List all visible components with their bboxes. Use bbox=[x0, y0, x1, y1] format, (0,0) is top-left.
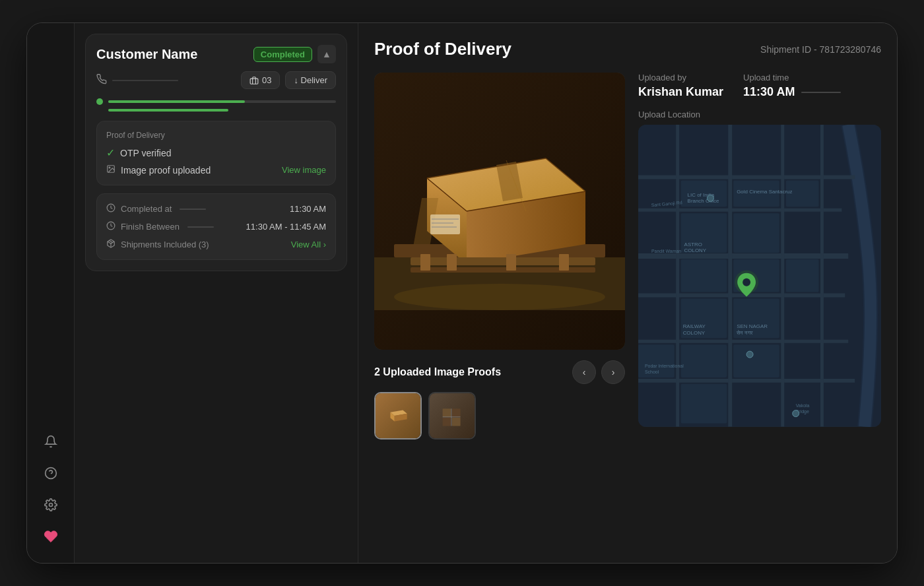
svg-text:School: School bbox=[645, 370, 659, 374]
otp-label: OTP verified bbox=[120, 148, 172, 158]
main-header: Proof of Delivery Shipment ID - 78172328… bbox=[374, 39, 881, 59]
pod-inner-card: Proof of Delivery ✓ OTP verified Image p… bbox=[96, 121, 336, 185]
svg-point-82 bbox=[707, 195, 713, 201]
svg-rect-57 bbox=[733, 213, 779, 253]
svg-rect-64 bbox=[681, 344, 727, 377]
main-content: Proof of Delivery Shipment ID - 78172328… bbox=[358, 23, 897, 563]
image-section: 2 Uploaded Image Proofs ‹ › bbox=[374, 73, 625, 547]
svg-point-2 bbox=[49, 504, 52, 507]
svg-rect-3 bbox=[250, 79, 258, 84]
image-proof-item: Image proof uploaded View image bbox=[106, 164, 326, 176]
shipments-label: Shipments Included (3) bbox=[121, 240, 209, 249]
otp-verified-item: ✓ OTP verified bbox=[106, 146, 326, 159]
settings-icon[interactable] bbox=[38, 492, 64, 518]
finish-between-left: Finish Between bbox=[106, 221, 214, 232]
shipments-left: Shipments Included (3) bbox=[106, 239, 209, 250]
delivery-image bbox=[374, 73, 625, 350]
thumb-box-1 bbox=[376, 393, 420, 438]
phone-row: 03 ↓ Deliver bbox=[96, 71, 336, 89]
deliver-label: ↓ Deliver bbox=[294, 75, 327, 85]
svg-rect-29 bbox=[447, 254, 457, 271]
uploaded-by-group: Uploaded by Krishan Kumar bbox=[638, 73, 723, 99]
svg-rect-58 bbox=[681, 259, 727, 292]
content-grid: 2 Uploaded Image Proofs ‹ › bbox=[374, 73, 881, 547]
svg-text:Podar International: Podar International bbox=[645, 364, 684, 368]
completed-at-value: 11:30 AM bbox=[290, 204, 326, 214]
count-label: 03 bbox=[262, 75, 271, 85]
bell-icon[interactable] bbox=[38, 428, 64, 455]
view-all-link[interactable]: View All › bbox=[291, 240, 326, 249]
status-badge: Completed bbox=[253, 47, 312, 62]
package-svg bbox=[374, 112, 625, 310]
time-line bbox=[801, 92, 841, 93]
view-image-link[interactable]: View image bbox=[282, 165, 326, 175]
image-icon bbox=[106, 164, 116, 176]
progress-bar-container bbox=[108, 100, 336, 103]
finish-between-row: Finish Between 11:30 AM - 11:45 AM bbox=[106, 221, 326, 232]
customer-header: Customer Name Completed ▲ bbox=[96, 45, 336, 63]
phone-line bbox=[112, 80, 178, 81]
thumb-box-2 bbox=[430, 393, 475, 438]
phone-left bbox=[96, 74, 178, 87]
timeline-dash bbox=[180, 209, 206, 210]
svg-text:COLONY: COLONY bbox=[683, 330, 706, 336]
check-icon: ✓ bbox=[106, 146, 115, 159]
count-button[interactable]: 03 bbox=[241, 71, 280, 89]
progress-dot bbox=[96, 98, 103, 105]
thumbnail-2[interactable] bbox=[428, 392, 476, 440]
shipment-id: Shipment ID - 781723280746 bbox=[760, 44, 881, 55]
svg-rect-28 bbox=[420, 254, 430, 271]
svg-rect-36 bbox=[443, 408, 451, 417]
location-label: Upload Location bbox=[638, 110, 881, 119]
location-section: Upload Location .map-text { font-family:… bbox=[638, 110, 881, 427]
svg-text:ASTRO: ASTRO bbox=[684, 242, 702, 247]
customer-name: Customer Name bbox=[96, 47, 197, 62]
brand-icon[interactable] bbox=[38, 523, 64, 550]
next-button[interactable]: › bbox=[601, 360, 625, 384]
completed-at-row: Completed at 11:30 AM bbox=[106, 203, 326, 214]
header-right: Completed ▲ bbox=[253, 45, 336, 63]
svg-text:Branch Office: Branch Office bbox=[688, 198, 720, 204]
right-info: Uploaded by Krishan Kumar Upload time 11… bbox=[638, 73, 881, 547]
svg-text:RAILWAY: RAILWAY bbox=[683, 323, 706, 329]
map-container: .map-text { font-family: sans-serif; fil… bbox=[638, 125, 881, 427]
phone-icon bbox=[96, 74, 107, 87]
help-icon[interactable] bbox=[38, 460, 64, 486]
calendar-icon bbox=[106, 221, 116, 232]
progress-bar-fill bbox=[108, 100, 245, 103]
main-image-container bbox=[374, 73, 625, 350]
pod-card-title: Proof of Delivery bbox=[106, 131, 326, 140]
svg-rect-65 bbox=[733, 344, 779, 377]
thumbnail-1[interactable] bbox=[374, 392, 422, 440]
pod-heading: Proof of Delivery bbox=[374, 39, 512, 59]
finish-between-value: 11:30 AM - 11:45 AM bbox=[246, 222, 326, 232]
finish-between-label: Finish Between bbox=[121, 222, 180, 232]
svg-line-8 bbox=[109, 240, 112, 242]
svg-rect-66 bbox=[681, 384, 727, 424]
svg-rect-37 bbox=[452, 408, 461, 417]
svg-rect-39 bbox=[452, 418, 461, 426]
deliver-button[interactable]: ↓ Deliver bbox=[285, 71, 336, 89]
shipments-row: Shipments Included (3) View All › bbox=[106, 239, 326, 250]
svg-text:Pandit Waman: Pandit Waman bbox=[651, 249, 681, 253]
svg-point-32 bbox=[394, 284, 605, 310]
svg-text:COLONY: COLONY bbox=[684, 247, 707, 253]
customer-card: Customer Name Completed ▲ bbox=[85, 34, 347, 271]
uploader-section: Uploaded by Krishan Kumar Upload time 11… bbox=[638, 73, 881, 99]
map-svg: .map-text { font-family: sans-serif; fil… bbox=[638, 125, 881, 427]
chevron-button[interactable]: ▲ bbox=[317, 45, 336, 63]
svg-rect-38 bbox=[443, 418, 451, 426]
progress-dot-row bbox=[96, 98, 336, 105]
thumbnail-row bbox=[374, 392, 625, 440]
upload-time-row: 11:30 AM bbox=[743, 85, 841, 99]
image-proof-label: Image proof uploaded bbox=[121, 165, 211, 176]
svg-text:सेन नगर: सेन नगर bbox=[736, 329, 753, 336]
svg-point-84 bbox=[793, 410, 799, 417]
prev-button[interactable]: ‹ bbox=[572, 360, 596, 384]
svg-rect-31 bbox=[559, 254, 569, 271]
upload-time-group: Upload time 11:30 AM bbox=[743, 73, 841, 99]
completed-at-label: Completed at bbox=[121, 204, 172, 214]
progress-section bbox=[96, 98, 336, 112]
svg-point-86 bbox=[742, 278, 750, 286]
upload-time-label: Upload time bbox=[743, 73, 841, 82]
